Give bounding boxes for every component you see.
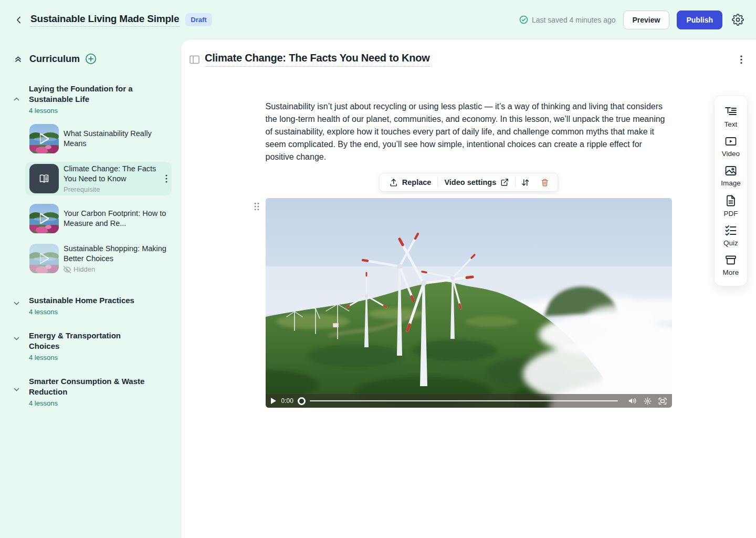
section-title: Sustainable Home Practices: [29, 295, 134, 306]
insert-text-label: Text: [724, 120, 738, 128]
arrows-down-up-icon: [521, 178, 530, 187]
section-header[interactable]: Laying the Foundation for a Sustainable …: [0, 84, 181, 115]
video-thumbnail: [29, 124, 59, 153]
video-thumbnail: [29, 244, 59, 273]
trash-icon: [540, 178, 549, 187]
video-still-wind-turbines: [266, 198, 672, 408]
insert-pdf-button[interactable]: PDF: [715, 191, 747, 222]
section-title: Smarter Consumption & Waste Reduction: [29, 376, 153, 397]
publish-button[interactable]: Publish: [677, 11, 722, 29]
eye-off-icon: [64, 266, 71, 273]
section-lesson-count: 4 lessons: [29, 354, 153, 361]
section-header[interactable]: Sustainable Home Practices 4 lessons: [0, 295, 181, 316]
lesson-editor: Climate Change: The Facts You Need to Kn…: [181, 39, 756, 538]
section-lesson-count: 4 lessons: [29, 107, 153, 115]
add-section-button[interactable]: [85, 53, 97, 65]
article-icon: [29, 164, 59, 193]
collapse-all-icon[interactable]: [14, 55, 23, 64]
status-badge: Draft: [185, 13, 212, 26]
fullscreen-icon[interactable]: [658, 397, 667, 405]
gear-icon[interactable]: [730, 12, 746, 28]
curriculum-sidebar: Curriculum Laying the Foundation for a S…: [0, 39, 181, 538]
lesson-page-title[interactable]: Climate Change: The Facts You Need to Kn…: [205, 52, 430, 67]
insert-text-button[interactable]: Text: [715, 103, 747, 132]
play-button[interactable]: [271, 398, 276, 404]
lesson-title: Climate Change: The Facts You Need to Kn…: [64, 164, 160, 184]
lesson-item-selected[interactable]: Climate Change: The Facts You Need to Kn…: [25, 162, 172, 195]
back-button[interactable]: [12, 13, 26, 27]
chevron-down-icon[interactable]: [13, 335, 20, 343]
lesson-paragraph[interactable]: Sustainability isn’t just about recyclin…: [266, 100, 672, 163]
check-circle-icon: [519, 15, 528, 24]
section-lesson-count: 4 lessons: [29, 399, 153, 407]
insert-block-toolbar: Text Video Image PDF Quiz: [714, 95, 748, 286]
section-title: Laying the Foundation for a Sustainable …: [29, 84, 153, 105]
section-header[interactable]: Smarter Consumption & Waste Reduction 4 …: [0, 376, 181, 407]
chevron-up-icon[interactable]: [13, 95, 20, 103]
last-saved-status: Last saved 4 minutes ago: [519, 15, 616, 24]
lesson-options-kebab-icon[interactable]: [737, 53, 746, 66]
lesson-title: What Sustainability Really Means: [64, 129, 169, 149]
section-header[interactable]: Energy & Transportation Choices 4 lesson…: [0, 330, 181, 361]
last-saved-text: Last saved 4 minutes ago: [532, 16, 616, 24]
play-icon: [29, 244, 59, 273]
pdf-block-icon: [725, 194, 737, 207]
text-block-icon: [724, 106, 737, 118]
drag-handle-icon[interactable]: [252, 200, 261, 213]
lesson-title: Your Carbon Footprint: How to Measure an…: [64, 209, 169, 229]
video-thumbnail: [29, 204, 59, 233]
quiz-block-icon: [724, 225, 737, 236]
section-lesson-count: 4 lessons: [29, 308, 134, 316]
course-title[interactable]: Sustainable Living Made Simple: [30, 13, 179, 27]
insert-image-button[interactable]: Image: [715, 162, 747, 191]
image-block-icon: [724, 165, 737, 177]
curriculum-title: Curriculum: [29, 54, 80, 65]
lesson-menu-kebab-icon[interactable]: [164, 172, 169, 185]
upload-icon: [389, 178, 398, 187]
video-player[interactable]: 0:00: [266, 198, 672, 408]
lesson-item[interactable]: What Sustainability Really Means: [25, 122, 172, 156]
lesson-badge: Prerequisite: [64, 185, 160, 193]
more-blocks-icon: [724, 254, 737, 266]
chevron-down-icon[interactable]: [13, 386, 20, 394]
insert-pdf-label: PDF: [724, 210, 738, 218]
replace-label: Replace: [402, 178, 432, 187]
section-title: Energy & Transportation Choices: [29, 330, 153, 351]
insert-quiz-button[interactable]: Quiz: [715, 222, 747, 251]
insert-more-button[interactable]: More: [715, 251, 747, 281]
preview-button[interactable]: Preview: [623, 11, 670, 29]
insert-video-button[interactable]: Video: [715, 132, 747, 162]
video-block-icon: [724, 136, 737, 147]
delete-block-button[interactable]: [535, 173, 554, 191]
progress-track[interactable]: [310, 400, 618, 401]
lesson-badge: Hidden: [74, 265, 95, 273]
chevron-down-icon[interactable]: [13, 299, 20, 307]
lesson-item[interactable]: Your Carbon Footprint: How to Measure an…: [25, 202, 172, 235]
external-link-icon: [500, 178, 509, 187]
volume-icon[interactable]: [628, 397, 637, 405]
lesson-title: Sustainable Shopping: Making Better Choi…: [64, 244, 169, 264]
insert-quiz-label: Quiz: [723, 239, 738, 247]
replace-button[interactable]: Replace: [383, 173, 438, 191]
scrubber-knob[interactable]: [298, 397, 306, 405]
insert-image-label: Image: [721, 179, 741, 187]
video-settings-button[interactable]: Video settings: [438, 173, 515, 191]
lesson-item-hidden[interactable]: Sustainable Shopping: Making Better Choi…: [25, 242, 172, 275]
top-bar: Sustainable Living Made Simple Draft Las…: [0, 0, 756, 39]
insert-video-label: Video: [722, 150, 740, 158]
insert-more-label: More: [723, 268, 739, 276]
reorder-button[interactable]: [516, 173, 535, 191]
play-icon: [29, 124, 59, 153]
play-icon: [29, 204, 59, 233]
video-settings-label: Video settings: [444, 178, 496, 187]
player-settings-icon[interactable]: [644, 397, 652, 405]
video-block-toolbar: Replace Video settings: [379, 173, 558, 192]
time-display: 0:00: [281, 397, 293, 405]
video-controls: 0:00: [266, 394, 672, 408]
sidebar-toggle-icon[interactable]: [190, 55, 200, 64]
